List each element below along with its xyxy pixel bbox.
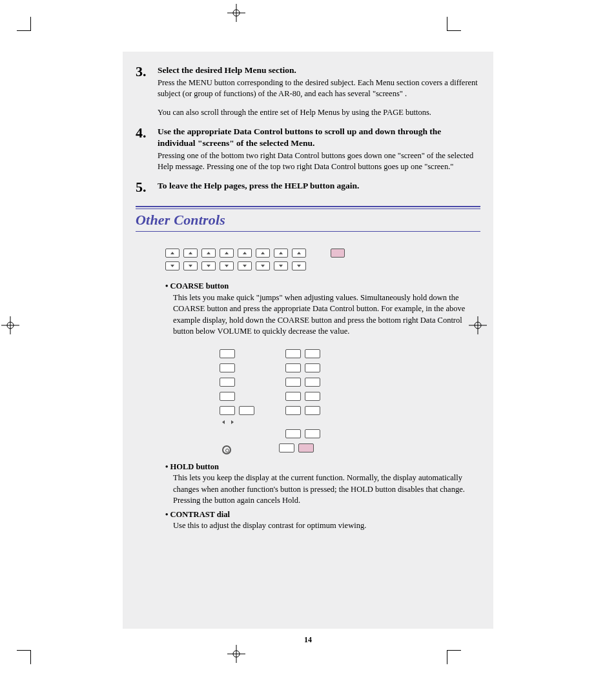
down-button-icon: [183, 261, 198, 270]
contrast-dial-icon: [222, 445, 231, 454]
panel-button-icon: [305, 378, 320, 387]
crop-mark-tl: [5, 5, 31, 31]
panel-button-icon: [285, 378, 301, 387]
down-button-icon: [274, 261, 288, 270]
step-body-1: Press the MENU button corresponding to t…: [158, 77, 480, 99]
button-row-diagram: [165, 249, 480, 270]
up-button-icon: [165, 249, 180, 258]
bullet-body: This lets you keep the display at the cu…: [173, 473, 480, 507]
up-button-icon: [201, 249, 216, 258]
registration-mark-right: [469, 316, 487, 334]
step-3: 3. Select the desired Help Menu section.…: [136, 65, 480, 118]
down-button-icon: [201, 261, 216, 270]
down-button-icon: [220, 261, 234, 270]
step-title: To leave the Help pages, press the HELP …: [158, 180, 480, 192]
bullet-title: • COARSE button: [165, 281, 480, 292]
crop-mark-br: [447, 650, 473, 676]
down-button-icon: [256, 261, 270, 270]
down-button-icon: [292, 261, 306, 270]
step-body-2: You can also scroll through the entire s…: [158, 107, 480, 118]
registration-mark-left: [1, 316, 19, 334]
coarse-button-icon: [331, 249, 345, 258]
up-button-icon: [238, 249, 252, 258]
panel-button-icon: [285, 429, 301, 438]
bullet-hold: • HOLD button This lets you keep the dis…: [165, 462, 480, 507]
step-number: 4.: [136, 126, 158, 172]
panel-button-icon: [220, 406, 235, 415]
panel-button-icon: [305, 363, 320, 372]
down-button-icon: [165, 261, 180, 270]
panel-button-icon: [285, 406, 301, 415]
panel-button-icon: [220, 349, 235, 358]
panel-button-icon: [305, 429, 320, 438]
arrow-icons: [222, 420, 480, 424]
section-underline: [136, 231, 480, 232]
page-number: 14: [0, 635, 616, 645]
panel-button-icon: [285, 392, 301, 401]
crop-mark-bl: [5, 650, 31, 676]
panel-button-icon: [305, 406, 320, 415]
step-number: 3.: [136, 65, 158, 118]
crop-mark-tr: [447, 5, 473, 31]
page-content: 3. Select the desired Help Menu section.…: [123, 52, 493, 629]
panel-button-icon: [220, 378, 235, 387]
panel-button-icon: [305, 349, 320, 358]
panel-button-icon: [220, 392, 235, 401]
registration-mark-bottom: [227, 645, 245, 663]
section-title: Other Controls: [136, 212, 480, 229]
section-rule: [136, 206, 480, 209]
bullet-body: Use this to adjust the display contrast …: [173, 520, 480, 532]
step-5: 5. To leave the Help pages, press the HE…: [136, 180, 480, 194]
up-button-icon: [292, 249, 306, 258]
step-title: Use the appropriate Data Control buttons…: [158, 126, 480, 149]
bullet-coarse: • COARSE button This lets you make quick…: [165, 281, 480, 338]
panel-button-icon: [279, 443, 294, 452]
panel-button-icon: [239, 406, 254, 415]
step-body: Pressing one of the bottom two right Dat…: [158, 150, 480, 172]
step-title: Select the desired Help Menu section.: [158, 65, 480, 76]
down-button-icon: [238, 261, 252, 270]
bullet-body: This lets you make quick "jumps" when ad…: [173, 292, 480, 338]
up-button-icon: [183, 249, 198, 258]
panel-button-icon: [220, 363, 235, 372]
step-4: 4. Use the appropriate Data Control butt…: [136, 126, 480, 172]
control-panel-diagram: [220, 349, 480, 452]
up-button-icon: [256, 249, 270, 258]
bullet-contrast: • CONTRAST dial Use this to adjust the d…: [165, 509, 480, 532]
left-arrow-icon: [222, 420, 225, 424]
hold-button-icon: [298, 443, 314, 452]
registration-mark-top: [227, 4, 245, 22]
bullet-title: • CONTRAST dial: [165, 509, 480, 521]
step-number: 5.: [136, 180, 158, 194]
bullet-title: • HOLD button: [165, 462, 480, 473]
up-button-icon: [274, 249, 288, 258]
panel-button-icon: [285, 363, 301, 372]
right-arrow-icon: [231, 420, 234, 424]
up-button-icon: [220, 249, 234, 258]
panel-button-icon: [305, 392, 320, 401]
panel-button-icon: [285, 349, 301, 358]
